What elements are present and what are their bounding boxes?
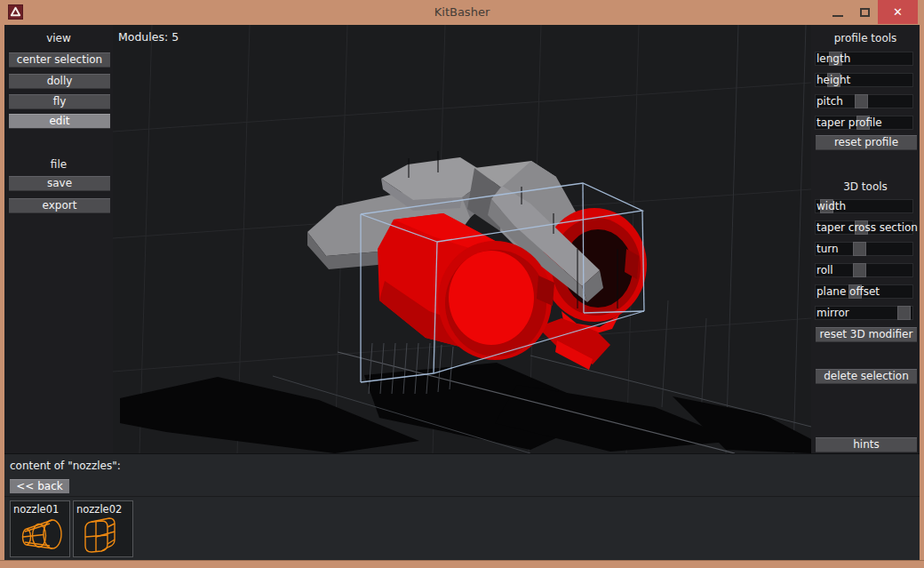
- dolly-button[interactable]: dolly: [9, 74, 110, 89]
- window-border-bottom: [0, 560, 924, 568]
- slider-label: plane offset: [816, 285, 880, 298]
- viewport-3d[interactable]: Modules: 5: [113, 25, 811, 453]
- viewport-3d-scene: [113, 25, 811, 453]
- slider-pitch[interactable]: pitch: [811, 94, 920, 108]
- window-border-left: [0, 25, 4, 560]
- slider-width[interactable]: width: [811, 199, 920, 213]
- slider-label: width: [816, 200, 846, 212]
- profile-tools-header: profile tools: [811, 32, 920, 44]
- slider-turn[interactable]: turn: [811, 242, 920, 256]
- slider-handle[interactable]: [853, 263, 866, 277]
- slider-taper-profile[interactable]: taper profile: [811, 116, 920, 130]
- module-name-label: nozzle02: [76, 503, 122, 516]
- hints-button[interactable]: hints: [816, 437, 917, 452]
- view-section-header: view: [4, 32, 113, 44]
- minimize-button[interactable]: [824, 0, 851, 24]
- slider-handle[interactable]: [855, 94, 868, 108]
- file-section-header: file: [4, 158, 113, 171]
- delete-selection-button[interactable]: delete selection: [816, 369, 917, 384]
- content-path-label: content of "nozzles":: [10, 460, 121, 472]
- maximize-button[interactable]: [851, 0, 878, 24]
- export-button[interactable]: export: [9, 198, 110, 213]
- main-content: view center selection dolly fly edit fil…: [4, 25, 920, 560]
- nozzle02-wireframe-icon: [79, 516, 129, 555]
- slider-label: mirror: [816, 307, 849, 319]
- slider-label: length: [816, 52, 850, 65]
- right-toolbar: profile tools length height pitch taper …: [811, 25, 920, 453]
- slider-length[interactable]: length: [811, 52, 920, 66]
- slider-label: taper cross section: [816, 221, 918, 234]
- close-button[interactable]: ✕: [878, 0, 918, 24]
- module-tile-nozzle01[interactable]: nozzle01: [10, 500, 70, 557]
- slider-label: roll: [816, 264, 833, 276]
- module-name-label: nozzle01: [13, 503, 59, 516]
- back-button[interactable]: << back: [10, 479, 69, 493]
- reset-profile-button[interactable]: reset profile: [816, 135, 917, 150]
- maximize-icon: [860, 8, 870, 17]
- nozzle01-wireframe-icon: [16, 516, 66, 555]
- reset-3d-modifier-button[interactable]: reset 3D modifier: [816, 327, 917, 342]
- save-button[interactable]: save: [9, 176, 110, 191]
- slider-label: turn: [816, 243, 839, 255]
- content-browser-panel: content of "nozzles": << back nozzle01: [4, 453, 920, 560]
- minimize-icon: [832, 15, 843, 17]
- module-tile-nozzle02[interactable]: nozzle02: [73, 500, 133, 557]
- left-toolbar: view center selection dolly fly edit fil…: [4, 25, 113, 453]
- slider-roll[interactable]: roll: [811, 263, 920, 277]
- edit-button[interactable]: edit: [9, 114, 110, 129]
- close-icon: ✕: [893, 5, 903, 19]
- window-title: KitBasher: [0, 5, 924, 19]
- app-window: KitBasher ✕ view center selection dolly …: [0, 0, 924, 568]
- modules-count-label: Modules: 5: [118, 30, 179, 44]
- fly-button[interactable]: fly: [9, 94, 110, 109]
- module-tile-row: nozzle01: [4, 496, 920, 561]
- slider-taper-cross-section[interactable]: taper cross section: [811, 220, 920, 235]
- 3d-tools-header: 3D tools: [811, 180, 920, 193]
- slider-height[interactable]: height: [811, 73, 920, 87]
- titlebar[interactable]: KitBasher ✕: [0, 0, 924, 25]
- slider-label: taper profile: [816, 116, 882, 129]
- slider-label: height: [816, 74, 850, 86]
- slider-handle[interactable]: [853, 242, 866, 256]
- window-border-right: [920, 25, 924, 560]
- slider-handle[interactable]: [897, 306, 911, 320]
- slider-mirror[interactable]: mirror: [811, 306, 920, 320]
- slider-label: pitch: [816, 95, 843, 108]
- slider-plane-offset[interactable]: plane offset: [811, 284, 920, 299]
- center-selection-button[interactable]: center selection: [9, 52, 110, 68]
